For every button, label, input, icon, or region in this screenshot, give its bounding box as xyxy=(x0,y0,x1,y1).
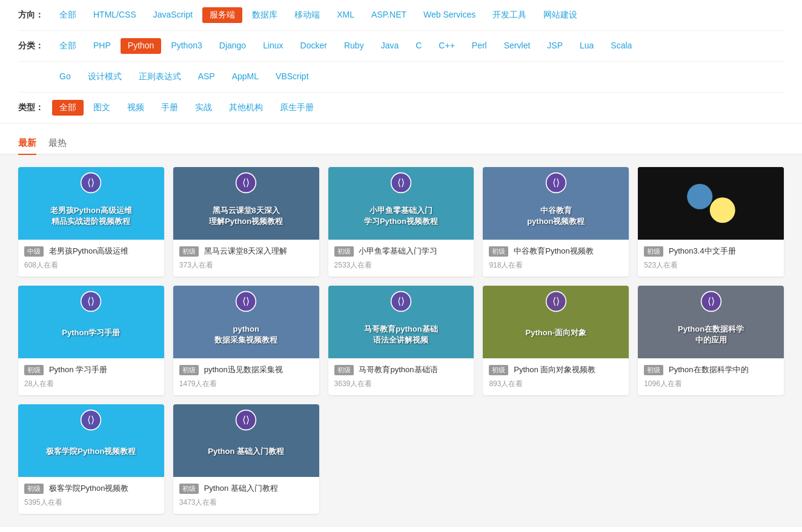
card[interactable]: ⟨⟩ Python在数据科学中的应用 初级 Python在数据科学中的 1096… xyxy=(638,286,784,395)
type-item-video[interactable]: 视频 xyxy=(120,100,151,116)
card-body: 初级 python迅见数据采集视 1479人在看 xyxy=(173,358,319,395)
card[interactable]: ⟨⟩ Python-面向对象 初级 Python 面向对象视频教 893人在看 xyxy=(483,286,629,395)
direction-item-javascript[interactable]: JavaScript xyxy=(146,7,200,23)
category-items-row2: Go设计模式正则表达式ASPAppMLVBScript xyxy=(52,69,784,85)
category-item-vbscript[interactable]: VBScript xyxy=(268,69,316,85)
category-item-django[interactable]: Django xyxy=(212,38,253,54)
card-level: 初级 xyxy=(179,484,199,494)
card-level: 中级 xyxy=(24,246,44,257)
card-body: 初级 小甲鱼零基础入门学习 2533人在看 xyxy=(328,240,474,277)
category-row2: Go设计模式正则表达式ASPAppMLVBScript xyxy=(18,62,784,93)
category-item-go[interactable]: Go xyxy=(52,69,78,85)
category-item-appml[interactable]: AppML xyxy=(225,69,266,85)
category-item-perl[interactable]: Perl xyxy=(465,38,494,54)
direction-item-database[interactable]: 数据库 xyxy=(245,7,285,23)
card-title: python迅见数据采集视 xyxy=(204,365,283,374)
card[interactable]: ⟨⟩ 老男孩Python高级运维精品实战进阶视频教程 中级 老男孩Python高… xyxy=(18,167,164,277)
direction-items: 全部HTML/CSSJavaScript服务端数据库移动端XMLASP.NETW… xyxy=(52,7,784,23)
card[interactable]: ⟨⟩ 中谷教育python视频教程 初级 中谷教育Python视频教 918人在… xyxy=(483,167,629,277)
svg-rect-10 xyxy=(693,194,704,206)
card[interactable]: ⟨⟩ Python 基础入门教程 初级 Python 基础入门教程 3473人在… xyxy=(173,404,319,514)
card-thumbnail: ⟨⟩ Python-面向对象 xyxy=(483,286,629,358)
direction-item-mobile[interactable]: 移动端 xyxy=(287,7,327,23)
category-row: 分类： 全部PHPPythonPython3DjangoLinuxDockerR… xyxy=(18,31,784,62)
category-item-python3[interactable]: Python3 xyxy=(164,38,209,54)
card-title: 极客学院Python视频教 xyxy=(49,484,128,493)
card-body: 初级 Python在数据科学中的 1096人在看 xyxy=(638,358,784,395)
category-item-java[interactable]: Java xyxy=(374,38,406,54)
category-item-php[interactable]: PHP xyxy=(86,38,118,54)
tab-hot[interactable]: 最热 xyxy=(48,133,67,155)
direction-item-xml[interactable]: XML xyxy=(330,7,362,23)
card-thumb-text: Python 基础入门教程 xyxy=(203,419,289,462)
card-thumb-text: Python在数据科学中的应用 xyxy=(673,294,749,350)
card-level: 初级 xyxy=(334,246,354,257)
card-level: 初级 xyxy=(489,365,508,375)
card[interactable]: ⟨⟩ 小甲鱼零基础入门学习Python视频教程 初级 小甲鱼零基础入门学习 25… xyxy=(328,167,474,277)
card-body: 中级 老男孩Python高级运维 608人在看 xyxy=(18,240,164,277)
card-body: 初级 马哥教育python基础语 3639人在看 xyxy=(328,358,474,395)
category-item-design[interactable]: 设计模式 xyxy=(81,69,129,85)
card[interactable]: ⟨⟩ 黑马云课堂8天深入理解Python视频教程 初级 黑马云课堂8天深入理解 … xyxy=(173,167,319,277)
card[interactable]: ⟨⟩ Python学习手册 初级 Python 学习手册 28人在看 xyxy=(18,286,164,395)
card-thumb-text: 马哥教育python基础语法全讲解视频 xyxy=(359,294,442,350)
type-item-all[interactable]: 全部 xyxy=(52,100,84,116)
tabs-section: 最新最热 xyxy=(0,123,802,155)
card-level: 初级 xyxy=(179,246,199,257)
category-label: 分类： xyxy=(18,38,48,51)
card-views: 523人在看 xyxy=(644,260,778,271)
category-item-c[interactable]: C xyxy=(408,38,429,54)
card-level: 初级 xyxy=(334,365,354,375)
card[interactable]: ⟨⟩ 马哥教育python基础语法全讲解视频 初级 马哥教育python基础语 … xyxy=(328,286,474,395)
card-views: 893人在看 xyxy=(489,379,623,389)
card-body: 初级 Python 学习手册 28人在看 xyxy=(18,358,164,395)
card-thumb-text: Python学习手册 xyxy=(57,300,125,343)
card-views: 1096人在看 xyxy=(644,379,778,389)
direction-item-webdev[interactable]: 网站建设 xyxy=(536,7,585,23)
card-views: 3639人在看 xyxy=(334,379,468,389)
card[interactable]: ⟨⟩ 极客学院Python视频教程 初级 极客学院Python视频教 5395人… xyxy=(18,404,164,514)
category-item-linux[interactable]: Linux xyxy=(256,38,290,54)
direction-item-htmlcss[interactable]: HTML/CSS xyxy=(86,7,144,23)
category-items: 全部PHPPythonPython3DjangoLinuxDockerRubyJ… xyxy=(52,38,784,54)
category-item-jsp[interactable]: JSP xyxy=(540,38,570,54)
category-item-lua[interactable]: Lua xyxy=(572,38,601,54)
card-thumb-text: 黑马云课堂8天深入理解Python视频教程 xyxy=(204,175,288,232)
direction-row: 方向： 全部HTML/CSSJavaScript服务端数据库移动端XMLASP.… xyxy=(18,0,784,31)
category-item-servlet[interactable]: Servlet xyxy=(497,38,538,54)
type-label: 类型： xyxy=(18,100,48,113)
card-body: 初级 极客学院Python视频教 5395人在看 xyxy=(18,477,164,514)
card-title: 马哥教育python基础语 xyxy=(359,365,437,374)
tab-latest[interactable]: 最新 xyxy=(18,133,36,155)
category-item-python[interactable]: Python xyxy=(121,38,162,54)
category-item-docker[interactable]: Docker xyxy=(293,38,334,54)
card[interactable]: 初级 Python3.4中文手册 523人在看 xyxy=(638,167,784,277)
content-area: ⟨⟩ 老男孩Python高级运维精品实战进阶视频教程 中级 老男孩Python高… xyxy=(0,155,802,526)
category-item-ruby[interactable]: Ruby xyxy=(337,38,371,54)
type-item-native[interactable]: 原生手册 xyxy=(273,100,321,116)
direction-item-all[interactable]: 全部 xyxy=(52,7,84,23)
direction-label: 方向： xyxy=(18,7,48,21)
card-thumb-text: 老男孩Python高级运维精品实战进阶视频教程 xyxy=(45,175,137,232)
type-item-practice[interactable]: 实战 xyxy=(188,100,219,116)
card-title: Python3.4中文手册 xyxy=(669,246,736,255)
card-views: 373人在看 xyxy=(179,260,313,271)
card-body: 初级 Python 基础入门教程 3473人在看 xyxy=(173,477,319,514)
category-item-scala[interactable]: Scala xyxy=(603,38,639,54)
category-item-asp[interactable]: ASP xyxy=(191,69,222,85)
category-item-cpp[interactable]: C++ xyxy=(431,38,462,54)
card-title: Python 面向对象视频教 xyxy=(514,365,595,374)
direction-item-webservices[interactable]: Web Services xyxy=(416,7,483,23)
type-item-other[interactable]: 其他机构 xyxy=(222,100,270,116)
direction-item-devtools[interactable]: 开发工具 xyxy=(485,7,534,23)
card-thumbnail: ⟨⟩ Python 基础入门教程 xyxy=(173,404,319,477)
direction-item-server[interactable]: 服务端 xyxy=(202,7,242,23)
direction-item-aspnet[interactable]: ASP.NET xyxy=(364,7,414,23)
card-body: 初级 Python 面向对象视频教 893人在看 xyxy=(483,358,629,395)
type-item-manual[interactable]: 手册 xyxy=(154,100,185,116)
card-thumbnail: ⟨⟩ 黑马云课堂8天深入理解Python视频教程 xyxy=(173,167,319,240)
category-item-all[interactable]: 全部 xyxy=(52,38,84,54)
category-item-regex[interactable]: 正则表达式 xyxy=(131,69,188,85)
type-item-graphic[interactable]: 图文 xyxy=(86,100,118,116)
card[interactable]: ⟨⟩ python数据采集视频教程 初级 python迅见数据采集视 1479人… xyxy=(173,286,319,395)
